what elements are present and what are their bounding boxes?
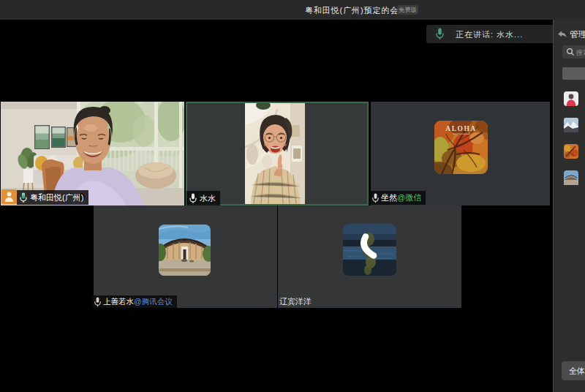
svg-text:ALOHA: ALOHA — [445, 125, 476, 132]
